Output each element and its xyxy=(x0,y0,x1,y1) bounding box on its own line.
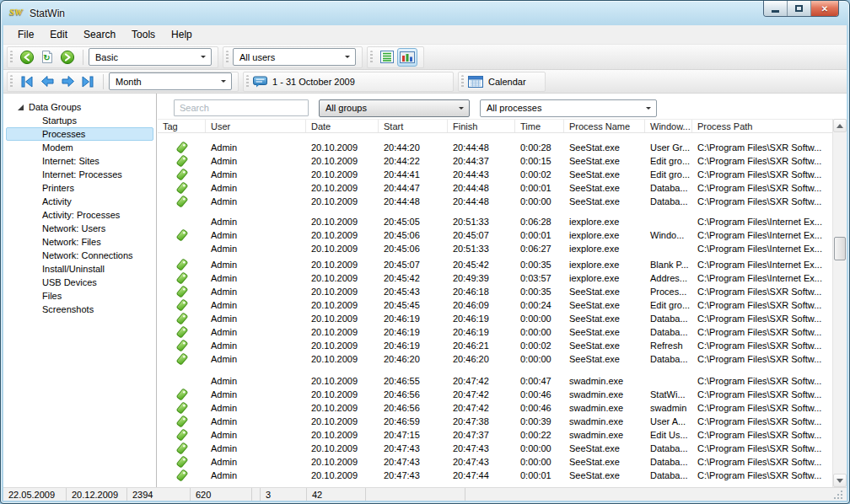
users-combo[interactable]: All users xyxy=(233,48,356,66)
menu-item[interactable]: Edit xyxy=(43,27,74,42)
sidebar-item[interactable]: Screenshots xyxy=(6,303,153,316)
sidebar-item[interactable]: Startups xyxy=(6,114,153,127)
table-row[interactable]: Admin 20.10.2009 20:45:43 20:46:18 0:00:… xyxy=(158,285,832,298)
sidebar-item[interactable]: Network: Connections xyxy=(6,249,153,262)
menu-item[interactable]: Tools xyxy=(125,27,162,42)
sidebar-item[interactable]: Modem xyxy=(6,141,153,154)
profile-combo-value: Basic xyxy=(95,52,118,62)
column-header[interactable]: Process Path xyxy=(692,120,832,132)
last-icon xyxy=(81,76,94,88)
sidebar-item[interactable]: Network: Files xyxy=(6,235,153,249)
sidebar-item[interactable]: Files xyxy=(6,289,153,303)
scroll-down-button[interactable] xyxy=(833,474,847,487)
chart-view-button[interactable] xyxy=(397,48,417,67)
user-cell: Admin xyxy=(206,300,306,310)
process-path-cell: C:\Program Files\Internet Ex... xyxy=(692,230,832,240)
next-period-button[interactable] xyxy=(57,72,78,91)
column-header[interactable]: Tag xyxy=(158,120,206,132)
table-row[interactable]: Admin 20.10.2009 20:46:19 20:46:19 0:00:… xyxy=(158,325,832,339)
band-grip[interactable] xyxy=(461,75,464,88)
sidebar-item[interactable]: Processes xyxy=(6,127,153,141)
table-row[interactable]: Admin 20.10.2009 20:47:43 20:47:43 0:00:… xyxy=(158,455,832,469)
sidebar-item[interactable]: Network: Users xyxy=(6,222,153,235)
sidebar-item[interactable]: Internet: Sites xyxy=(6,154,153,168)
start-cell: 20:46:59 xyxy=(379,416,448,426)
table-row[interactable]: Admin 20.10.2009 20:46:59 20:47:38 0:00:… xyxy=(158,415,832,428)
column-header[interactable]: Time xyxy=(515,120,564,132)
table-row[interactable]: Admin 20.10.2009 20:44:47 20:44:48 0:00:… xyxy=(158,181,832,195)
time-cell: 0:00:01 xyxy=(515,470,564,480)
band-grip[interactable] xyxy=(226,51,229,64)
band-grip[interactable] xyxy=(10,75,13,88)
time-cell: 0:00:00 xyxy=(515,196,564,206)
prev-period-button[interactable] xyxy=(37,72,57,91)
refresh-button[interactable]: ↻ xyxy=(37,48,57,67)
sidebar-item[interactable]: Activity xyxy=(6,195,153,208)
table-row[interactable]: Admin 20.10.2009 20:44:48 20:44:48 0:00:… xyxy=(158,195,832,208)
table-row[interactable]: Admin 20.10.2009 20:45:45 20:46:09 0:00:… xyxy=(158,298,832,312)
maximize-button[interactable] xyxy=(788,1,811,16)
table-row[interactable]: Admin 20.10.2009 20:47:43 20:47:44 0:00:… xyxy=(158,469,832,482)
table-row[interactable]: Admin 20.10.2009 20:45:05 20:51:33 0:06:… xyxy=(158,215,832,228)
first-period-button[interactable] xyxy=(17,72,37,91)
sidebar-item[interactable]: Activity: Processes xyxy=(6,208,153,222)
table-row[interactable]: Admin 20.10.2009 20:45:06 20:51:33 0:06:… xyxy=(158,242,832,255)
table-row[interactable]: Admin 20.10.2009 20:47:15 20:47:37 0:00:… xyxy=(158,428,832,442)
band-grip[interactable] xyxy=(10,51,13,64)
column-header[interactable]: Window... xyxy=(645,120,692,132)
forward-button[interactable] xyxy=(57,48,78,67)
table-row[interactable]: Admin 20.10.2009 20:44:22 20:44:37 0:00:… xyxy=(158,154,832,168)
window-cell: Blank P... xyxy=(645,260,692,270)
menu-item[interactable]: Search xyxy=(77,27,122,42)
sidebar-item[interactable]: USB Devices xyxy=(6,276,153,289)
table-row[interactable]: Admin 20.10.2009 20:45:42 20:49:39 0:03:… xyxy=(158,271,832,285)
sidebar-root-item[interactable]: Data Groups xyxy=(3,100,156,114)
band-grip[interactable] xyxy=(246,75,249,88)
chevron-down-icon xyxy=(459,107,464,112)
menu-item[interactable]: Help xyxy=(164,27,199,42)
menu-item[interactable]: File xyxy=(11,27,40,42)
period-combo[interactable]: Month xyxy=(109,72,232,90)
table-row[interactable]: Admin 20.10.2009 20:44:20 20:44:48 0:00:… xyxy=(158,141,832,154)
scrollbar-thumb[interactable] xyxy=(834,237,846,260)
table-row[interactable]: Admin 20.10.2009 20:46:19 20:46:19 0:00:… xyxy=(158,312,832,325)
report-view-button[interactable] xyxy=(377,48,397,67)
column-header[interactable]: Date xyxy=(306,120,379,132)
table-row[interactable]: Admin 20.10.2009 20:45:06 20:45:07 0:00:… xyxy=(158,228,832,242)
last-period-button[interactable] xyxy=(78,72,98,91)
table-row[interactable]: Admin 20.10.2009 20:46:56 20:47:42 0:00:… xyxy=(158,388,832,401)
search-input[interactable] xyxy=(174,99,309,116)
table-row[interactable]: Admin 20.10.2009 20:47:43 20:47:43 0:00:… xyxy=(158,442,832,455)
tag-icon xyxy=(176,299,188,311)
scroll-up-button[interactable] xyxy=(833,119,847,132)
table-row[interactable]: Admin 20.10.2009 20:44:41 20:44:43 0:00:… xyxy=(158,168,832,181)
table-row[interactable]: Admin 20.10.2009 20:45:07 20:45:42 0:00:… xyxy=(158,258,832,271)
sidebar-item[interactable]: Internet: Processes xyxy=(6,168,153,181)
back-button[interactable] xyxy=(17,48,37,67)
table-row[interactable]: Admin 20.10.2009 20:46:20 20:46:20 0:00:… xyxy=(158,352,832,366)
resize-grip[interactable] xyxy=(834,491,836,492)
profile-combo[interactable]: Basic xyxy=(89,48,212,66)
finish-cell: 20:51:33 xyxy=(448,217,515,227)
column-header[interactable]: Process Name xyxy=(564,120,645,132)
titlebar[interactable]: SW StatWin ✕ xyxy=(1,1,849,25)
close-button[interactable]: ✕ xyxy=(811,1,838,16)
table-row[interactable]: Admin 20.10.2009 20:46:56 20:47:42 0:00:… xyxy=(158,401,832,415)
tree-expander-icon[interactable] xyxy=(17,104,24,111)
sidebar-item[interactable]: Install/Uninstall xyxy=(6,262,153,276)
column-header[interactable]: Start xyxy=(379,120,448,132)
chart-icon xyxy=(400,51,415,63)
window-cell: Databa... xyxy=(645,443,692,453)
column-header[interactable]: Finish xyxy=(448,120,515,132)
processes-combo[interactable]: All processes xyxy=(480,99,657,117)
table-row[interactable]: Admin 20.10.2009 20:46:55 20:47:42 0:00:… xyxy=(158,374,832,388)
time-cell: 0:00:00 xyxy=(515,443,564,453)
groups-combo[interactable]: All groups xyxy=(319,99,470,117)
vertical-scrollbar[interactable] xyxy=(832,119,847,487)
band-grip[interactable] xyxy=(370,51,373,64)
calendar-button[interactable]: Calendar xyxy=(468,75,526,88)
minimize-button[interactable] xyxy=(764,1,788,16)
sidebar-item[interactable]: Printers xyxy=(6,181,153,195)
column-header[interactable]: User xyxy=(206,120,306,132)
table-row[interactable]: Admin 20.10.2009 20:46:19 20:46:21 0:00:… xyxy=(158,339,832,352)
